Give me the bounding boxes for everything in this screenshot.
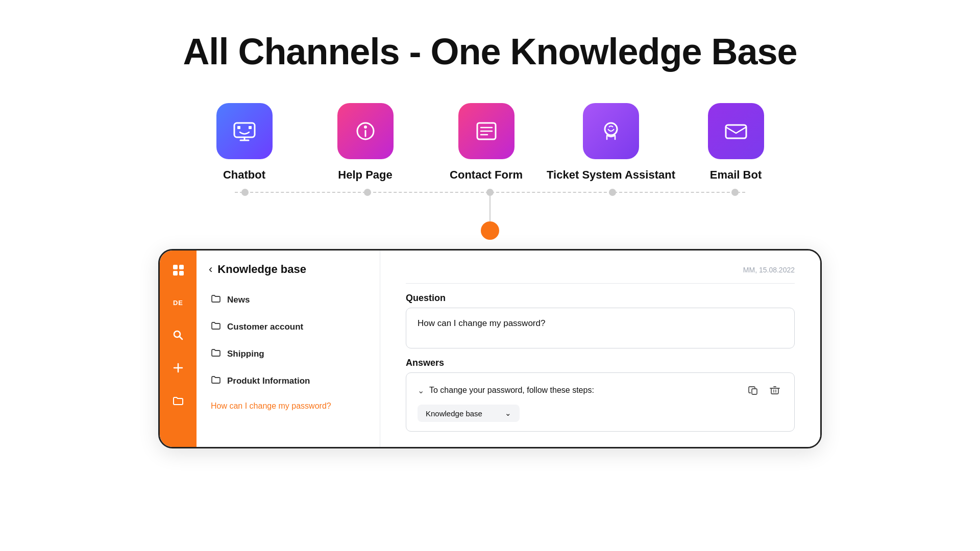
chevron-down-icon[interactable]: ⌄ <box>418 386 424 395</box>
timeline-dot-ticketsystem <box>609 189 616 196</box>
grid-icon[interactable] <box>169 261 187 279</box>
channels-row: Chatbot Help Page <box>184 103 796 182</box>
folder-icon-customer <box>211 320 221 333</box>
contactform-label: Contact Form <box>450 168 523 182</box>
top-bar: MM, 15.08.2022 <box>406 266 795 274</box>
search-icon[interactable] <box>169 326 187 344</box>
folder-icon-news <box>211 293 221 306</box>
page-title: All Channels - One Knowledge Base <box>183 31 797 72</box>
help-page-icon[interactable] <box>337 103 394 159</box>
knowledge-base-title: Knowledge base <box>217 263 306 276</box>
answer-header: ⌄ To change your password, follow these … <box>418 382 783 398</box>
nav-items: News Customer account <box>197 286 380 418</box>
divider <box>406 283 795 284</box>
chatbot-icon[interactable] <box>216 103 273 159</box>
svg-rect-0 <box>234 123 255 137</box>
tag-label: Knowledge base <box>426 409 482 418</box>
question-section: Question How can I change my password? <box>406 293 795 348</box>
left-panel-header: ‹ Knowledge base <box>197 263 380 286</box>
timeline-dot-chatbot <box>241 189 249 196</box>
nav-item-customer-account[interactable]: Customer account <box>197 313 380 340</box>
timeline-dot-emailbot <box>731 189 739 196</box>
emailbot-label: Email Bot <box>710 168 762 182</box>
channel-item-chatbot: Chatbot <box>184 103 305 182</box>
svg-rect-1 <box>237 126 240 129</box>
question-label: Question <box>406 293 795 304</box>
add-icon[interactable] <box>169 359 187 377</box>
svg-point-13 <box>605 123 617 135</box>
back-button[interactable]: ‹ <box>209 263 212 276</box>
timeline-dot-helppage <box>364 189 371 196</box>
ticketsystem-label: Ticket System Assistant <box>547 168 675 182</box>
sidebar-orange: DE <box>160 251 197 447</box>
orange-connector-dot <box>481 221 499 240</box>
answer-text: To change your password, follow these st… <box>429 386 594 395</box>
svg-rect-21 <box>752 389 757 394</box>
channel-item-emailbot: Email Bot <box>675 103 796 182</box>
ticket-system-icon[interactable] <box>583 103 639 159</box>
nav-item-shipping[interactable]: Shipping <box>197 340 380 367</box>
timeline-dot-contactform <box>486 189 494 196</box>
answer-item: ⌄ To change your password, follow these … <box>406 372 795 432</box>
contact-form-icon[interactable] <box>458 103 514 159</box>
date-label: MM, 15.08.2022 <box>743 266 795 274</box>
helppage-label: Help Page <box>338 168 392 182</box>
language-button[interactable]: DE <box>169 293 187 312</box>
main-content: MM, 15.08.2022 Question How can I change… <box>380 251 820 447</box>
tag-dropdown[interactable]: Knowledge base ⌄ <box>418 405 520 422</box>
svg-line-18 <box>180 337 183 340</box>
delete-button[interactable] <box>767 382 783 398</box>
svg-rect-16 <box>726 125 746 138</box>
answer-left: ⌄ To change your password, follow these … <box>418 386 594 395</box>
folder-icon-produkt <box>211 374 221 387</box>
chatbot-label: Chatbot <box>223 168 265 182</box>
nav-item-active-password[interactable]: How can I change my password? <box>197 394 380 418</box>
page-wrapper: All Channels - One Knowledge Base Chatbo… <box>0 0 980 551</box>
nav-item-news[interactable]: News <box>197 286 380 313</box>
channel-item-ticketsystem: Ticket System Assistant <box>547 103 675 182</box>
question-text: How can I change my password? <box>418 318 545 328</box>
answer-actions <box>745 382 783 398</box>
folder-icon-shipping <box>211 347 221 360</box>
svg-rect-22 <box>771 388 778 394</box>
answers-section: Answers ⌄ To change your password, follo… <box>406 358 795 432</box>
copy-button[interactable] <box>745 382 762 398</box>
question-box: How can I change my password? <box>406 308 795 348</box>
channel-item-contactform: Contact Form <box>426 103 547 182</box>
answers-label: Answers <box>406 358 795 368</box>
folder-icon[interactable] <box>169 391 187 410</box>
nav-item-produkt-info[interactable]: Produkt Information <box>197 367 380 394</box>
svg-point-6 <box>364 126 367 129</box>
app-mockup: DE <box>158 249 822 448</box>
left-panel: ‹ Knowledge base News <box>197 251 380 447</box>
channel-item-helppage: Help Page <box>305 103 426 182</box>
tag-chevron-icon: ⌄ <box>505 409 511 418</box>
email-bot-icon[interactable] <box>708 103 764 159</box>
svg-rect-2 <box>249 126 252 129</box>
